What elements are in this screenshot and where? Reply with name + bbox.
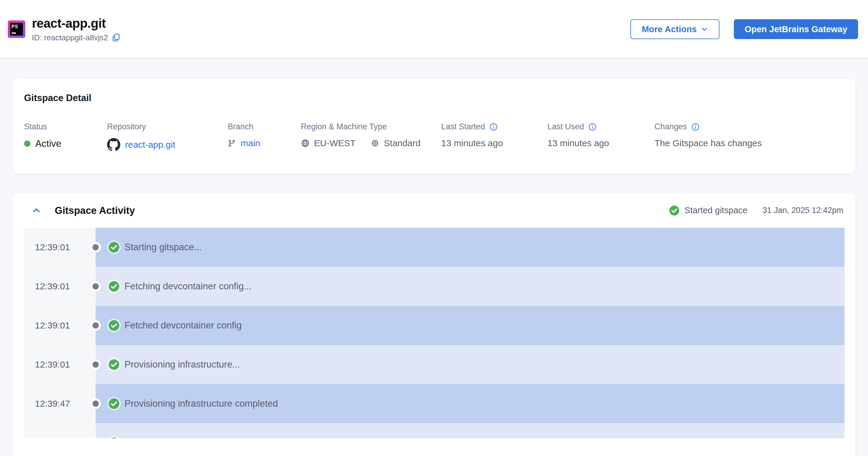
log-message: Starting gitspace... — [96, 228, 844, 267]
success-check-icon — [108, 281, 120, 292]
status-value: Active — [35, 138, 61, 149]
gitspace-activity-card: Gitspace Activity Started gitspace 31 Ja… — [12, 193, 856, 456]
phpstorm-logo-icon: PS — [8, 21, 25, 38]
activity-log-row[interactable]: 12:39:01 Provisioning infrastructure... — [24, 345, 844, 384]
last-used-label: Last Used — [548, 122, 584, 131]
activity-started-date: 31 Jan, 2025 12:42pm — [763, 206, 843, 215]
collapse-chevron-up-icon[interactable] — [32, 206, 41, 215]
log-timestamp: 12:39:01 — [24, 267, 96, 306]
log-timestamp: 12:39:01 — [24, 306, 96, 345]
log-message-text: Provisioning infrastructure... — [125, 359, 240, 370]
changes-value: The Gitspace has changes — [654, 138, 844, 148]
log-message: Fetched devcontainer config — [96, 306, 844, 345]
log-timestamp: 12:39:47 — [24, 384, 96, 423]
region-value: EU-WEST — [314, 138, 355, 148]
timeline-dot-icon — [93, 244, 99, 250]
branch-label: Branch — [228, 122, 301, 131]
log-message: Connecting to the gitspace agent... — [96, 423, 844, 438]
success-check-icon — [108, 359, 120, 370]
activity-card-title: Gitspace Activity — [55, 205, 135, 216]
gitspace-id: ID: reactappgit-a8vjs2 — [32, 33, 108, 42]
activity-log-row[interactable]: 12:39:01 Fetched devcontainer config — [24, 306, 844, 345]
region-machine-label: Region & Machine Type — [301, 122, 441, 131]
timeline-dot-icon — [93, 283, 99, 290]
timeline-dot-icon — [93, 401, 99, 407]
log-message: Provisioning infrastructure completed — [96, 384, 844, 423]
changes-label: Changes — [654, 122, 687, 131]
activity-log-row[interactable]: 12:39:47 Provisioning infrastructure com… — [24, 384, 844, 423]
github-icon — [107, 138, 120, 151]
log-message: Fetching devcontainer config... — [96, 267, 844, 306]
success-check-icon — [108, 437, 120, 438]
machine-type-value: Standard — [384, 138, 421, 148]
info-icon[interactable] — [489, 123, 498, 131]
info-icon[interactable] — [588, 123, 597, 131]
branch-link[interactable]: main — [241, 138, 260, 148]
repository-link[interactable]: react-app.git — [125, 140, 175, 150]
activity-status-text: Started gitspace — [685, 206, 748, 215]
status-label: Status — [24, 122, 107, 131]
git-branch-icon — [228, 139, 236, 147]
globe-icon — [301, 139, 310, 148]
more-actions-button[interactable]: More Actions — [630, 19, 719, 39]
copy-icon[interactable] — [112, 33, 121, 42]
success-check-icon — [108, 242, 120, 253]
info-icon[interactable] — [691, 123, 700, 131]
timeline-dot-icon — [93, 323, 99, 329]
log-message-text: Provisioning infrastructure completed — [125, 398, 278, 409]
log-message: Provisioning infrastructure... — [96, 345, 844, 384]
page-title: react-app.git — [32, 16, 121, 31]
log-message-text: Connecting to the gitspace agent... — [125, 437, 269, 438]
log-timestamp: 12:39:01 — [24, 228, 96, 267]
activity-log-row[interactable]: 12:39:01 Fetching devcontainer config... — [24, 267, 844, 306]
success-check-icon — [108, 320, 120, 331]
page-header: PS react-app.git ID: reactappgit-a8vjs2 … — [0, 0, 868, 59]
log-timestamp: 12:39:01 — [24, 345, 96, 384]
last-started-value: 13 minutes ago — [441, 138, 548, 148]
last-used-value: 13 minutes ago — [548, 138, 654, 148]
detail-card-title: Gitspace Detail — [24, 93, 844, 103]
open-jetbrains-gateway-button[interactable]: Open JetBrains Gateway — [734, 19, 858, 39]
success-check-icon — [108, 398, 120, 409]
repository-label: Repository — [107, 122, 228, 131]
status-active-dot-icon — [24, 141, 30, 147]
timeline-dot-icon — [93, 362, 99, 368]
log-message-text: Fetching devcontainer config... — [125, 281, 251, 292]
activity-log-row[interactable]: 12:39:01 Starting gitspace... — [24, 228, 844, 267]
success-check-icon — [669, 205, 680, 216]
log-message-text: Starting gitspace... — [125, 242, 202, 253]
log-timestamp: 12:39:48 — [24, 423, 96, 438]
log-message-text: Fetched devcontainer config — [125, 320, 242, 331]
activity-log: 12:39:01 Starting gitspace... 12:39:01 F… — [24, 228, 844, 438]
machine-type-icon — [371, 139, 379, 148]
activity-log-row[interactable]: 12:39:48 Connecting to the gitspace agen… — [24, 423, 844, 438]
logo-ps-text: PS — [11, 24, 18, 29]
chevron-down-icon — [701, 26, 708, 33]
last-started-label: Last Started — [441, 122, 485, 131]
gitspace-detail-card: Gitspace Detail Status Active Repository — [12, 79, 856, 174]
